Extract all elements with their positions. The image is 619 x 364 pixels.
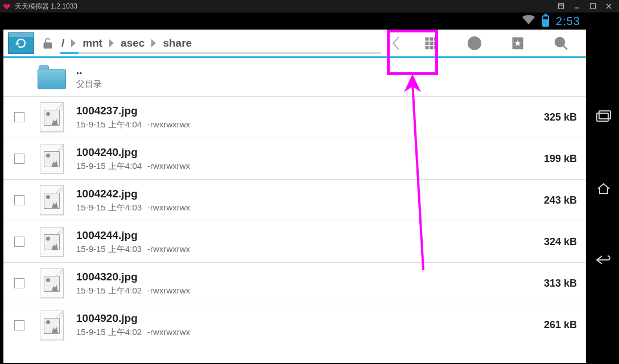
image-file-icon — [40, 185, 64, 215]
file-row[interactable]: 1004237.jpg 15-9-15 上午4:04-rwxrwxrwx 325… — [3, 97, 586, 138]
emulator-title-bar: 天天模拟器 1.2.1033 — [0, 0, 619, 13]
row-checkbox[interactable] — [14, 320, 24, 330]
file-date: 15-9-15 上午4:04 — [76, 161, 142, 171]
file-perm: -rwxrwxrwx — [147, 119, 190, 129]
file-name: 1004920.jpg — [76, 312, 531, 325]
file-size: 324 kB — [531, 236, 577, 248]
file-perm: -rwxrwxrwx — [147, 327, 190, 337]
file-perm: -rwxrwxrwx — [147, 286, 190, 295]
unlock-icon[interactable] — [40, 35, 56, 51]
file-perm: -rwxrwxrwx — [147, 244, 190, 254]
file-name: 1004244.jpg — [76, 229, 531, 242]
status-clock: 2:53 — [556, 15, 580, 28]
file-row[interactable]: 1004920.jpg 15-9-15 上午4:02-rwxrwxrwx 261… — [3, 304, 586, 346]
history-button[interactable] — [454, 29, 495, 57]
window-minimize-button[interactable] — [569, 0, 585, 13]
file-perm: -rwxrwxrwx — [147, 161, 190, 171]
chevron-right-icon — [108, 39, 115, 48]
emulator-title: 天天模拟器 1.2.1033 — [15, 2, 77, 11]
file-row[interactable]: 1004244.jpg 15-9-15 上午4:03-rwxrwxrwx 324… — [3, 221, 586, 263]
file-date: 15-9-15 上午4:03 — [76, 244, 142, 254]
view-grid-button[interactable] — [411, 29, 452, 57]
svg-rect-8 — [44, 43, 52, 48]
parent-dir-sub: 父目录 — [76, 79, 531, 90]
file-date: 15-9-15 上午4:04 — [76, 119, 142, 129]
file-row[interactable]: 1004240.jpg 15-9-15 上午4:04-rwxrwxrwx 199… — [3, 138, 586, 180]
window-close-button[interactable] — [601, 0, 617, 13]
file-name: 1004240.jpg — [76, 146, 531, 159]
file-row[interactable]: 1004320.jpg 15-9-15 上午4:02-rwxrwxrwx 313… — [3, 263, 586, 304]
history-back-button[interactable] — [383, 31, 408, 56]
image-file-icon — [40, 144, 64, 173]
file-size: 261 kB — [531, 319, 577, 331]
parent-dir-row[interactable]: .. 父目录 — [3, 58, 586, 97]
battery-icon — [542, 15, 549, 27]
file-name: 1004320.jpg — [76, 271, 531, 283]
parent-dir-name: .. — [76, 64, 531, 77]
window-tray-button[interactable] — [553, 0, 569, 13]
file-date: 15-9-15 上午4:03 — [76, 202, 142, 212]
svg-rect-14 — [434, 42, 437, 44]
nav-recents-button[interactable] — [593, 106, 614, 127]
svg-rect-10 — [430, 38, 433, 40]
svg-rect-9 — [426, 38, 428, 40]
row-checkbox[interactable] — [14, 237, 24, 247]
file-name: 1004242.jpg — [76, 188, 531, 200]
nav-back-button[interactable] — [593, 250, 614, 270]
crumb-asec[interactable]: asec — [119, 37, 146, 49]
wifi-icon — [522, 15, 535, 28]
file-name: 1004237.jpg — [76, 105, 531, 117]
image-file-icon — [40, 227, 64, 257]
row-checkbox[interactable] — [14, 278, 24, 288]
file-date: 15-9-15 上午4:02 — [76, 286, 142, 295]
svg-rect-12 — [426, 42, 428, 44]
file-size: 325 kB — [531, 111, 577, 123]
file-date: 15-9-15 上午4:02 — [76, 327, 142, 337]
svg-line-22 — [563, 46, 567, 49]
file-list[interactable]: .. 父目录 1004237.jpg 15-9-15 上午4:04-rwxrwx… — [3, 58, 586, 361]
svg-rect-0 — [559, 4, 564, 9]
row-checkbox[interactable] — [14, 112, 24, 122]
folder-icon — [38, 65, 66, 89]
crumb-root[interactable]: / — [60, 37, 65, 49]
status-bar: 2:53 — [0, 13, 588, 30]
file-perm: -rwxrwxrwx — [147, 202, 190, 212]
svg-rect-11 — [434, 38, 437, 40]
svg-rect-13 — [430, 42, 433, 44]
crumb-share[interactable]: share — [162, 37, 193, 49]
row-checkbox[interactable] — [14, 195, 24, 205]
svg-rect-15 — [426, 46, 428, 49]
svg-rect-3 — [591, 4, 596, 9]
android-screen: 2:53 / mnt asec share — [0, 13, 588, 364]
android-system-bar — [588, 13, 619, 364]
file-size: 199 kB — [531, 153, 577, 165]
emulator-logo-icon — [3, 3, 11, 10]
breadcrumb[interactable]: / mnt asec share — [60, 34, 381, 53]
image-file-icon — [40, 268, 64, 298]
image-file-icon — [40, 102, 64, 132]
svg-point-21 — [555, 38, 564, 47]
file-size: 243 kB — [531, 195, 577, 206]
crumb-mnt[interactable]: mnt — [81, 37, 104, 49]
toolbar: / mnt asec share — [3, 30, 586, 58]
chevron-right-icon — [150, 39, 157, 48]
file-row[interactable]: 1004242.jpg 15-9-15 上午4:03-rwxrwxrwx 243… — [3, 180, 586, 221]
svg-rect-16 — [430, 46, 433, 49]
chevron-right-icon — [70, 39, 77, 48]
window-maximize-button[interactable] — [585, 0, 601, 13]
image-file-icon — [40, 311, 64, 340]
row-checkbox[interactable] — [14, 154, 24, 164]
file-size: 313 kB — [531, 278, 577, 289]
nav-home-button[interactable] — [593, 178, 614, 198]
file-manager-app: / mnt asec share — [3, 30, 586, 363]
bookmarks-button[interactable] — [497, 29, 538, 57]
svg-rect-17 — [434, 46, 437, 49]
app-refresh-icon[interactable] — [8, 32, 34, 54]
search-button[interactable] — [540, 29, 581, 57]
